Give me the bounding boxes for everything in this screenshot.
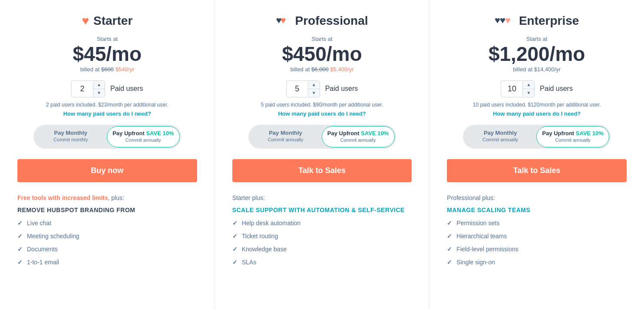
billing-toggle: Pay Monthly Commit annually Pay Upfront … <box>463 125 611 149</box>
feature-item: ✓ SLAs <box>232 259 412 266</box>
feature-label: Ticket routing <box>242 233 278 240</box>
users-label: Paid users <box>540 85 573 93</box>
plan-price: $450/mo <box>282 43 362 65</box>
toggle-monthly-sub: Commit annually <box>255 137 317 143</box>
toggle-monthly[interactable]: Pay Monthly Commit annually <box>250 126 322 147</box>
how-many-link[interactable]: How many paid users do I need? <box>63 110 151 117</box>
toggle-annually-main: Pay Upfront SAVE 10% <box>327 130 389 137</box>
billing-toggle: Pay Monthly Commit annually Pay Upfront … <box>248 125 396 149</box>
plan-title-row: ♥ ♥ Professional <box>276 14 368 28</box>
plan-col-professional: ♥ ♥ Professional Starts at $450/mo bille… <box>215 0 430 310</box>
check-icon: ✓ <box>17 246 23 253</box>
billed-prefix: billed at <box>80 66 101 73</box>
feature-label: Knowledge base <box>242 246 287 253</box>
plan-billed: billed at $6,000 $5,400/yr <box>291 66 354 73</box>
stepper-up-btn[interactable]: ▲ <box>308 81 320 89</box>
toggle-annually-sub: Commit annually <box>542 137 604 143</box>
feature-item: ✓ Meeting scheduling <box>17 233 197 240</box>
check-icon: ✓ <box>447 259 452 266</box>
toggle-monthly-main: Pay Monthly <box>469 130 531 137</box>
cta-button[interactable]: Buy now <box>17 159 197 182</box>
plan-col-starter: ♥ Starter Starts at $45/mo billed at $60… <box>0 0 215 310</box>
check-icon: ✓ <box>447 220 452 227</box>
plan-title: Enterprise <box>519 14 579 28</box>
toggle-monthly-main: Pay Monthly <box>40 130 102 137</box>
check-icon: ✓ <box>447 233 452 240</box>
toggle-annually[interactable]: Pay Upfront SAVE 10% Commit annually <box>322 126 395 147</box>
features-section: Free tools with increased limits, plus: … <box>17 194 197 272</box>
billed-amount: $5,400/yr <box>330 66 353 73</box>
stepper-down-btn[interactable]: ▼ <box>523 89 534 97</box>
cta-button[interactable]: Talk to Sales <box>232 159 412 182</box>
plan-title-row: ♥ ♥ ♥ Enterprise <box>495 14 579 28</box>
check-icon: ✓ <box>447 246 452 253</box>
plus-label: Starter plus: <box>232 194 412 201</box>
toggle-monthly-main: Pay Monthly <box>255 130 317 137</box>
users-stepper[interactable]: 5 ▲ ▼ <box>286 80 320 97</box>
stepper-down-btn[interactable]: ▼ <box>308 89 320 97</box>
plan-billed: billed at $14,400/yr <box>513 66 561 73</box>
feature-label: Documents <box>27 246 58 253</box>
plus-label-text: Professional plus: <box>447 194 495 201</box>
feature-label: Hierarchical teams <box>456 233 507 240</box>
users-value: 10 <box>501 82 523 96</box>
feature-label: Help desk automation <box>242 220 301 227</box>
toggle-monthly[interactable]: Pay Monthly Commit monthly <box>35 126 107 147</box>
feature-item: ✓ Permission sets <box>447 220 627 227</box>
users-stepper[interactable]: 2 ▲ ▼ <box>71 80 105 97</box>
save-badge: SAVE 10% <box>576 130 604 137</box>
toggle-monthly-sub: Commit annually <box>469 137 531 143</box>
users-note: 10 paid users included. $120/month per a… <box>473 102 601 108</box>
features-section: Professional plus: MANAGE SCALING TEAMS … <box>447 194 627 272</box>
cta-button[interactable]: Talk to Sales <box>447 159 627 182</box>
users-note: 2 paid users included. $23/month per add… <box>46 102 168 108</box>
feature-item: ✓ Hierarchical teams <box>447 233 627 240</box>
plan-icon-enterprise: ♥ ♥ ♥ <box>495 15 515 27</box>
stepper-up-btn[interactable]: ▲ <box>93 81 105 89</box>
how-many-link[interactable]: How many paid users do I need? <box>493 110 581 117</box>
plan-title: Starter <box>93 14 132 28</box>
how-many-link[interactable]: How many paid users do I need? <box>278 110 366 117</box>
toggle-monthly[interactable]: Pay Monthly Commit annually <box>464 126 536 147</box>
stepper-arrows: ▲ ▼ <box>308 81 320 97</box>
feature-category: MANAGE SCALING TEAMS <box>447 207 627 213</box>
feature-item: ✓ 1-to-1 email <box>17 259 197 266</box>
check-icon: ✓ <box>17 233 23 240</box>
plan-price: $45/mo <box>73 43 142 65</box>
features-section: Starter plus: SCALE SUPPORT WITH AUTOMAT… <box>232 194 412 272</box>
billed-amount: $14,400/yr <box>534 66 561 73</box>
users-row: 5 ▲ ▼ Paid users <box>286 80 358 97</box>
save-badge: SAVE 10% <box>146 130 174 137</box>
toggle-monthly-sub: Commit monthly <box>40 137 102 143</box>
plan-icon-starter: ♥ <box>82 14 89 28</box>
users-stepper[interactable]: 10 ▲ ▼ <box>501 80 535 97</box>
check-icon: ✓ <box>232 233 238 240</box>
feature-item: ✓ Field-level permissions <box>447 246 627 253</box>
feature-item: ✓ Documents <box>17 246 197 253</box>
feature-item: ✓ Knowledge base <box>232 246 412 253</box>
toggle-annually[interactable]: Pay Upfront SAVE 10% Commit annually <box>107 126 180 147</box>
feature-list: ✓ Help desk automation ✓ Ticket routing … <box>232 220 412 266</box>
users-row: 2 ▲ ▼ Paid users <box>71 80 143 97</box>
billing-toggle: Pay Monthly Commit monthly Pay Upfront S… <box>33 125 181 149</box>
stepper-up-btn[interactable]: ▲ <box>523 81 534 89</box>
stepper-down-btn[interactable]: ▼ <box>93 89 105 97</box>
starts-at-label: Starts at <box>526 36 547 42</box>
plus-label: Professional plus: <box>447 194 627 201</box>
feature-label: Field-level permissions <box>456 246 518 253</box>
feature-list: ✓ Permission sets ✓ Hierarchical teams ✓… <box>447 220 627 266</box>
plan-title: Professional <box>295 14 368 28</box>
toggle-annually[interactable]: Pay Upfront SAVE 10% Commit annually <box>536 126 609 147</box>
feature-item: ✓ Ticket routing <box>232 233 412 240</box>
toggle-annually-sub: Commit annually <box>112 137 174 143</box>
billed-strikethrough: $600 <box>101 66 114 73</box>
users-value: 5 <box>287 82 308 96</box>
starts-at-label: Starts at <box>311 36 332 42</box>
feature-label: Permission sets <box>456 220 499 227</box>
plan-billed: billed at $600 $540/yr <box>80 66 134 73</box>
check-icon: ✓ <box>17 220 23 227</box>
users-label: Paid users <box>110 85 143 93</box>
plus-label-highlight: Free tools with increased limits <box>17 194 108 201</box>
feature-label: Single sign-on <box>456 259 495 266</box>
users-label: Paid users <box>325 85 358 93</box>
